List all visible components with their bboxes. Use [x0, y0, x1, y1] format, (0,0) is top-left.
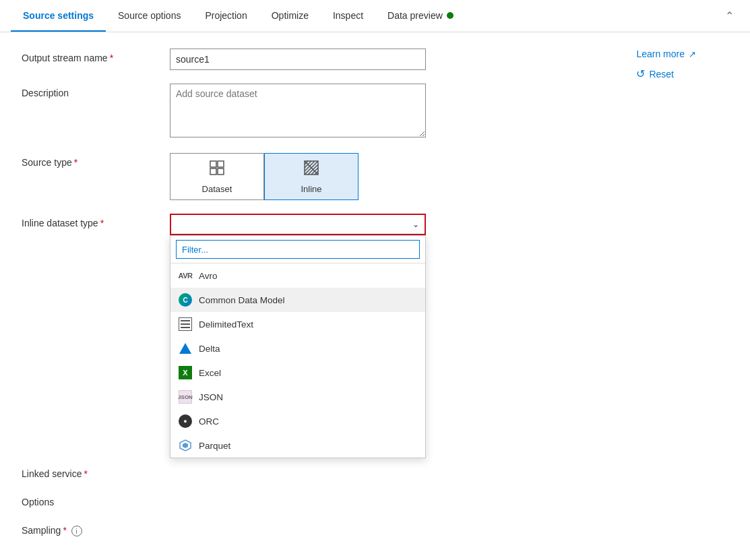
inline-dataset-type-control: ⌄ AVR Avro [170, 214, 426, 235]
cdm-icon: C [179, 293, 192, 307]
dropdown-items: AVR Avro C Common Data Model Common Data… [170, 263, 425, 458]
chevron-down-icon: ⌄ [412, 220, 419, 229]
external-link-icon: ↗︎ [689, 49, 696, 59]
linked-service-label: Linked service* [22, 464, 170, 479]
reset-icon: ↺ [636, 67, 645, 80]
inline-dataset-type-dropdown[interactable]: ⌄ [170, 214, 426, 235]
dataset-icon [209, 160, 225, 180]
list-item[interactable]: DelimitedText [170, 312, 425, 336]
svg-rect-2 [210, 168, 216, 175]
options-label: Options [22, 493, 170, 507]
list-item[interactable]: Parquet [170, 433, 425, 458]
tab-optimize[interactable]: Optimize [259, 1, 321, 32]
inline-dataset-type-label: Inline dataset type* [22, 214, 170, 228]
list-item[interactable]: C Common Data Model Common Data Model [170, 288, 425, 312]
tab-data-preview[interactable]: Data preview [375, 1, 466, 32]
list-item[interactable]: JSON JSON [170, 385, 425, 409]
learn-more-link[interactable]: Learn more ↗︎ [636, 49, 696, 59]
tab-inspect[interactable]: Inspect [321, 1, 375, 32]
description-textarea[interactable] [170, 84, 426, 137]
source-type-label: Source type* [22, 153, 170, 168]
delimited-text-icon [179, 317, 192, 331]
source-type-control: Dataset [170, 153, 426, 200]
tab-bar: Source settings Source options Projectio… [0, 0, 750, 32]
tab-bar-left: Source settings Source options Projectio… [11, 1, 466, 31]
dropdown-filter-area [170, 236, 425, 263]
parquet-icon [179, 439, 192, 452]
svg-rect-3 [218, 168, 224, 175]
info-icon[interactable]: i [71, 526, 82, 536]
inline-icon [303, 160, 319, 180]
excel-icon: X [179, 366, 192, 379]
dropdown-list: AVR Avro C Common Data Model Common Data… [170, 235, 426, 458]
list-item[interactable]: X Excel [170, 361, 425, 385]
output-stream-name-input[interactable] [170, 49, 426, 70]
list-item[interactable]: Delta [170, 336, 425, 361]
tab-source-options[interactable]: Source options [106, 1, 193, 32]
list-item[interactable]: ● ORC [170, 409, 425, 433]
output-stream-name-row: Output stream name* [22, 49, 728, 70]
sampling-row: Sampling* i [22, 521, 728, 536]
options-row: Options [22, 493, 728, 507]
json-icon: JSON [179, 390, 192, 404]
output-stream-name-control [170, 49, 426, 70]
reset-link[interactable]: ↺ Reset [636, 67, 696, 80]
main-container: Source settings Source options Projectio… [0, 0, 750, 560]
main-content: Learn more ↗︎ ↺ Reset Output stream name… [0, 32, 750, 560]
filter-input[interactable] [176, 240, 420, 259]
data-preview-indicator [447, 12, 454, 19]
description-label: Description [22, 84, 170, 98]
linked-service-row: Linked service* [22, 464, 728, 479]
orc-icon: ● [179, 414, 192, 428]
tab-projection[interactable]: Projection [193, 1, 259, 32]
inline-toggle-btn[interactable]: Inline [264, 153, 358, 200]
avro-icon: AVR [179, 269, 192, 282]
source-type-toggle: Dataset [170, 153, 426, 200]
svg-rect-0 [210, 161, 216, 167]
inline-dataset-type-row: Inline dataset type* ⌄ AV [22, 214, 728, 235]
source-type-row: Source type* Dataset [22, 153, 728, 200]
right-actions: Learn more ↗︎ ↺ Reset [636, 49, 696, 80]
description-row: Description [22, 84, 728, 139]
tab-source-settings[interactable]: Source settings [11, 1, 106, 32]
delta-icon [179, 342, 192, 355]
output-stream-name-label: Output stream name* [22, 49, 170, 63]
svg-rect-1 [218, 161, 224, 167]
dataset-toggle-btn[interactable]: Dataset [170, 153, 264, 200]
sampling-label: Sampling* i [22, 521, 170, 536]
collapse-button[interactable]: ⌃ [720, 4, 739, 28]
svg-marker-14 [183, 443, 188, 448]
list-item[interactable]: AVR Avro [170, 263, 425, 288]
description-control [170, 84, 426, 139]
